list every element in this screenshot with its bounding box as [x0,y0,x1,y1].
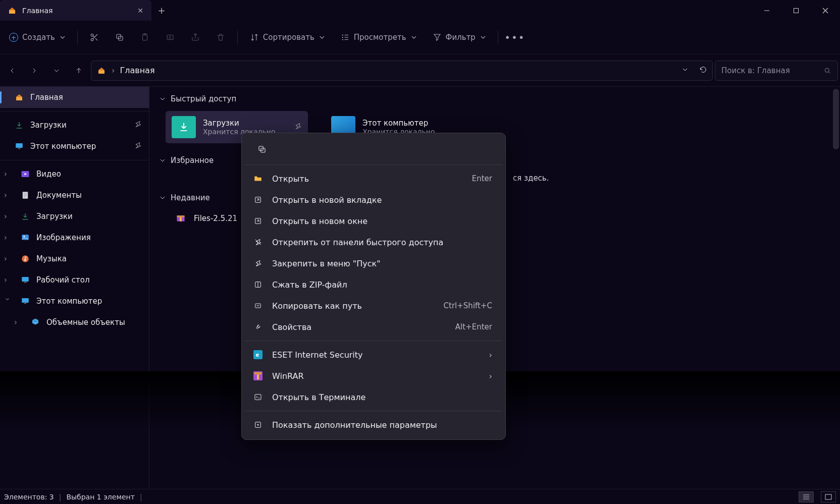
svg-rect-25 [18,148,21,149]
clipboard-icon [140,33,149,42]
svg-point-20 [342,39,343,40]
download-icon [20,211,30,221]
chevron-right-icon: › [489,350,492,360]
close-button[interactable] [811,0,840,21]
monitor-icon [20,296,30,306]
sidebar-item-video[interactable]: › Видео [0,163,149,185]
maximize-button[interactable] [781,0,811,21]
sidebar-item-desktop[interactable]: › Рабочий стол [0,269,149,291]
ctx-pin-start[interactable]: Закрепить в меню "Пуск" [242,253,505,274]
new-tab-button[interactable]: + [151,0,172,21]
ctx-open-new-tab[interactable]: Открыть в новой вкладке [242,189,505,210]
ctx-open-new-window[interactable]: Открыть в новом окне [242,210,505,232]
svg-text:A: A [169,35,172,40]
history-dropdown[interactable] [46,61,67,81]
sidebar-item-home[interactable]: Главная [0,87,149,108]
chevron-right-icon: › [4,170,11,179]
minimize-button[interactable] [752,0,781,21]
ctx-more-options[interactable]: Показать дополнительные параметры [242,414,505,435]
view-icon [341,33,350,42]
ctx-properties[interactable]: Свойства Alt+Enter [242,316,505,338]
sidebar-item-downloads[interactable]: › Загрузки [0,206,149,227]
more-icon: ••• [504,31,525,43]
eset-icon: e [253,350,263,360]
view-button[interactable]: Просмотреть [334,27,424,47]
filter-button[interactable]: Фильтр [426,27,493,47]
up-button[interactable] [69,61,89,81]
paste-button[interactable] [133,27,156,47]
pin-icon [253,258,263,268]
sidebar-item-documents[interactable]: › Документы [0,185,149,206]
video-icon [20,169,30,179]
copy-button[interactable] [108,27,131,47]
search-input[interactable]: Поиск в: Главная [715,61,838,81]
navrow: › Главная Поиск в: Главная [0,54,840,87]
filter-label: Фильтр [446,33,476,42]
breadcrumb[interactable]: Главная [120,66,154,75]
tab-close-icon[interactable]: ✕ [136,7,144,15]
svg-text:e: e [256,352,259,358]
svg-point-16 [342,34,343,35]
svg-point-5 [91,38,93,41]
sidebar-item-label: Документы [36,191,82,200]
more-button[interactable]: ••• [503,27,527,47]
ctx-open[interactable]: Открыть Enter [242,168,505,189]
svg-rect-1 [794,8,799,13]
section-label: Недавние [171,193,210,202]
sidebar-item-downloads-pinned[interactable]: Загрузки [0,115,149,136]
ctx-compress-zip[interactable]: Сжать в ZIP-файл [242,274,505,295]
ctx-winrar[interactable]: WinRAR › [242,365,505,386]
forward-button[interactable] [24,61,44,81]
breadcrumb-dropdown[interactable] [681,66,689,76]
view-label: Просмотреть [354,33,406,42]
chevron-down-icon: › [3,298,12,305]
monitor-icon [14,141,24,151]
create-button[interactable]: + Создать [2,27,72,47]
view-thumbnails-button[interactable] [821,491,836,502]
svg-line-7 [95,38,97,40]
chevron-right-icon: › [4,275,11,285]
context-menu: Открыть Enter Открыть в новой вкладке От… [241,133,506,440]
music-icon [20,254,30,264]
sidebar-item-label: Главная [30,93,63,102]
sidebar-item-label: Объемные объекты [46,318,125,327]
toolbar: + Создать A Сортировать Просмотреть Филь… [0,21,840,54]
sidebar-item-music[interactable]: › Музыка [0,248,149,269]
sidebar-item-3d-objects[interactable]: › Объемные объекты [0,312,149,333]
ctx-copy-path[interactable]: Копировать как путь Ctrl+Shift+C [242,295,505,316]
cut-button[interactable] [83,27,106,47]
filter-icon [433,33,442,42]
ctx-eset[interactable]: e ESET Internet Security › [242,344,505,365]
chevron-right-icon: › [4,212,11,221]
zip-icon [253,279,263,290]
tab-home[interactable]: Главная ✕ [0,0,151,21]
folder-downloads-icon [172,116,196,138]
back-button[interactable] [2,61,22,81]
ctx-open-terminal[interactable]: Открыть в Терминале [242,386,505,408]
sidebar-item-this-pc-pinned[interactable]: Этот компьютер [0,136,149,157]
chevron-right-icon: › [4,254,11,263]
rename-button[interactable]: A [159,27,182,47]
address-bar[interactable]: › Главная [91,61,713,81]
view-details-button[interactable] [799,491,814,502]
ctx-copy-button[interactable] [252,140,272,158]
chevron-down-icon [159,156,167,164]
share-button[interactable] [184,27,207,47]
sidebar-item-label: Загрузки [36,212,73,221]
delete-button[interactable] [209,27,232,47]
chevron-right-icon: › [489,371,492,381]
folder-open-icon [253,174,263,184]
scrollbar[interactable] [833,89,839,149]
sidebar-item-this-pc[interactable]: › Этот компьютер [0,291,149,312]
sidebar-item-label: Видео [36,170,61,179]
refresh-button[interactable] [699,66,707,76]
home-icon [7,6,17,16]
ctx-unpin-quick-access[interactable]: Открепить от панели быстрого доступа [242,232,505,253]
archive-icon [176,213,186,223]
trash-icon [216,33,225,42]
sort-button[interactable]: Сортировать [243,27,332,47]
document-icon [20,190,30,200]
section-quick-access[interactable]: Быстрый доступ [154,89,835,109]
sidebar-item-pictures[interactable]: › Изображения [0,227,149,248]
statusbar: Элементов: 3 | Выбран 1 элемент | [0,489,840,504]
